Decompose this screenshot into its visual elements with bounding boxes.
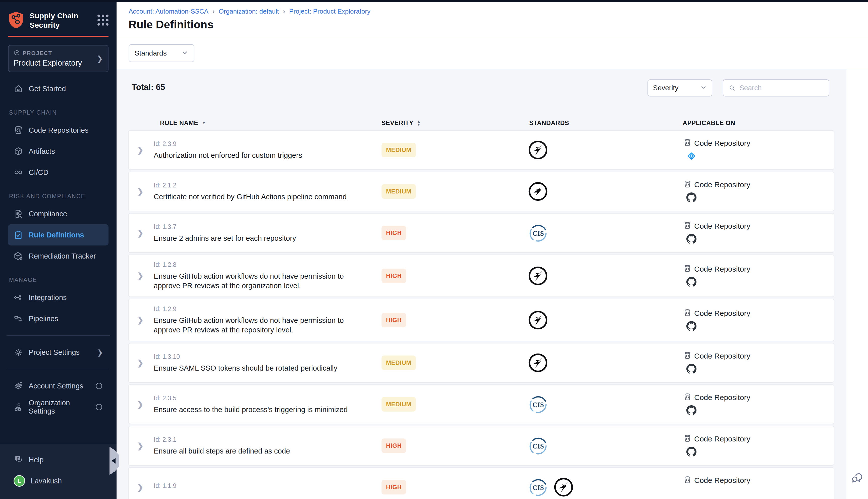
expand-chevron-icon[interactable]: ❯	[137, 400, 144, 409]
page-header: Account: Automation-SSCA›Organization: d…	[116, 2, 868, 37]
code-repository-icon	[683, 308, 692, 318]
search-box[interactable]	[723, 80, 829, 97]
sidebar-item-label: Pipelines	[29, 315, 58, 323]
applicable-on-label: Code Repository	[694, 476, 750, 485]
rule-id: Id: 1.1.9	[154, 482, 376, 489]
svg-text:CIS: CIS	[532, 484, 544, 491]
expand-chevron-icon[interactable]: ❯	[137, 229, 144, 237]
code-repository-icon	[683, 221, 692, 231]
sidebar-item-remediation-tracker[interactable]: Remediation Tracker	[8, 245, 109, 267]
severity-badge: MEDIUM	[382, 143, 416, 157]
expand-chevron-icon[interactable]: ❯	[137, 359, 144, 367]
severity-badge: MEDIUM	[382, 184, 416, 199]
owasp-standard-icon	[528, 352, 548, 373]
doc-search-icon	[14, 209, 23, 219]
table-row[interactable]: ❯ Id: 1.3.10 Ensure SAML SSO tokens shou…	[128, 343, 834, 383]
breadcrumb-item[interactable]: Project: Product Exploratory	[289, 8, 370, 15]
chevron-right-icon: ❯	[97, 54, 103, 63]
breadcrumb-item[interactable]: Account: Automation-SSCA	[128, 8, 209, 15]
github-icon	[686, 446, 697, 457]
applicable-on-label: Code Repository	[694, 309, 750, 318]
supply-chain-security-logo-icon	[8, 11, 24, 30]
sidebar-item-pipelines[interactable]: Pipelines	[8, 308, 109, 329]
window-top-edge	[0, 0, 868, 2]
chat-bubbles-icon[interactable]	[850, 470, 864, 484]
brand-accent-rule	[8, 36, 109, 37]
github-icon	[686, 320, 697, 332]
standards-cell	[522, 265, 677, 287]
rule-name: Ensure access to the build process's tri…	[154, 405, 372, 414]
severity-badge: HIGH	[382, 313, 406, 327]
table-row[interactable]: ❯ Id: 1.1.9 HIGH CIS Code Repository	[128, 467, 834, 499]
table-row[interactable]: ❯ Id: 2.1.2 Certificate not verified by …	[128, 172, 834, 211]
column-header-rule-name[interactable]: RULE NAME▼	[153, 119, 381, 126]
applicable-on-label: Code Repository	[694, 222, 750, 230]
sidebar-item-project-settings[interactable]: Project Settings❯	[8, 342, 109, 363]
nine-dot-grid-icon[interactable]	[97, 15, 109, 26]
applicable-on-cell: Code Repository	[677, 434, 835, 457]
sidebar-item-label: Help	[29, 456, 44, 464]
column-header-severity[interactable]: SEVERITY▲▼	[381, 119, 522, 126]
applicable-on-label: Code Repository	[694, 180, 750, 189]
help-chat-icon: ?	[14, 455, 23, 465]
sidebar-item-ci-cd[interactable]: CI/CD	[8, 162, 109, 183]
expand-chevron-icon[interactable]: ❯	[137, 272, 144, 280]
rule-name: Ensure all build steps are defined as co…	[154, 446, 372, 456]
standards-cell: CIS	[522, 435, 677, 456]
info-icon	[95, 382, 103, 390]
sidebar-item-label: CI/CD	[29, 168, 49, 177]
table-row[interactable]: ❯ Id: 1.2.9 Ensure GitHub action workflo…	[128, 299, 834, 341]
sidebar-item-help[interactable]: ? Help	[8, 449, 109, 470]
sidebar-item-organization-settings[interactable]: Organization Settings	[8, 397, 109, 417]
chevron-down-icon	[181, 49, 188, 57]
project-selector[interactable]: PROJECT Product Exploratory ❯	[8, 45, 109, 72]
sidebar-section-label: MANAGE	[9, 277, 109, 283]
sidebar-item-integrations[interactable]: Integrations	[8, 287, 109, 308]
search-input[interactable]	[740, 84, 824, 92]
table-row[interactable]: ❯ Id: 2.3.9 Authorization not enforced f…	[128, 130, 834, 170]
sidebar-item-label: Artifacts	[29, 147, 55, 156]
standards-cell: CIS	[522, 477, 677, 498]
table-row[interactable]: ❯ Id: 1.3.7 Ensure 2 admins are set for …	[128, 213, 834, 253]
sidebar-item-code-repositories[interactable]: Code Repositories	[8, 120, 109, 141]
expand-chevron-icon[interactable]: ❯	[137, 187, 144, 196]
cube-icon	[14, 49, 20, 57]
standards-filter-dropdown[interactable]: Standards	[128, 44, 195, 62]
sidebar-item-artifacts[interactable]: Artifacts	[8, 141, 109, 162]
applicable-on-label: Code Repository	[694, 352, 750, 360]
standards-cell: CIS	[522, 394, 677, 415]
table-row[interactable]: ❯ Id: 1.2.8 Ensure GitHub action workflo…	[128, 255, 834, 297]
column-header-applicable-on: APPLICABLE ON	[677, 119, 834, 126]
sidebar-item-rule-definitions[interactable]: Rule Definitions	[8, 224, 109, 245]
severity-filter-dropdown[interactable]: Severity	[647, 80, 712, 97]
sidebar-item-user[interactable]: L Lavakush	[8, 470, 109, 491]
sidebar-item-compliance[interactable]: Compliance	[8, 203, 109, 224]
expand-chevron-icon[interactable]: ❯	[137, 316, 144, 324]
infinity-icon	[14, 168, 23, 177]
owasp-standard-icon	[528, 181, 548, 202]
applicable-on-label: Code Repository	[694, 393, 750, 402]
github-icon	[686, 276, 697, 288]
rule-id: Id: 1.3.7	[154, 223, 376, 230]
table-row[interactable]: ❯ Id: 2.3.5 Ensure access to the build p…	[128, 385, 834, 424]
sidebar-item-account-settings[interactable]: Account Settings	[8, 375, 109, 397]
rule-name: Ensure GitHub action workflows do not ha…	[154, 271, 372, 291]
table-row[interactable]: ❯ Id: 2.3.1 Ensure all build steps are d…	[128, 426, 834, 465]
code-repository-icon	[683, 434, 692, 444]
expand-chevron-icon[interactable]: ❯	[137, 442, 144, 450]
layers-gear-icon	[14, 381, 23, 391]
expand-chevron-icon[interactable]: ❯	[137, 483, 144, 491]
expand-chevron-icon[interactable]: ❯	[137, 146, 144, 154]
table-header-row: RULE NAME▼ SEVERITY▲▼ STANDARDS APPLICAB…	[128, 115, 834, 130]
gear-icon	[14, 348, 23, 357]
sidebar-item-label: Compliance	[29, 210, 67, 218]
sidebar-item-get-started[interactable]: Get Started	[8, 78, 109, 99]
page-title: Rule Definitions	[128, 19, 868, 31]
rule-name: Ensure SAML SSO tokens should be rotated…	[154, 363, 372, 373]
code-repository-icon	[683, 393, 692, 402]
breadcrumb-item[interactable]: Organization: default	[219, 8, 279, 15]
cis-standard-icon: CIS	[528, 435, 548, 456]
applicable-on-cell: Code Repository	[677, 180, 835, 203]
svg-text:CIS: CIS	[532, 442, 544, 450]
cis-standard-icon: CIS	[528, 394, 548, 415]
